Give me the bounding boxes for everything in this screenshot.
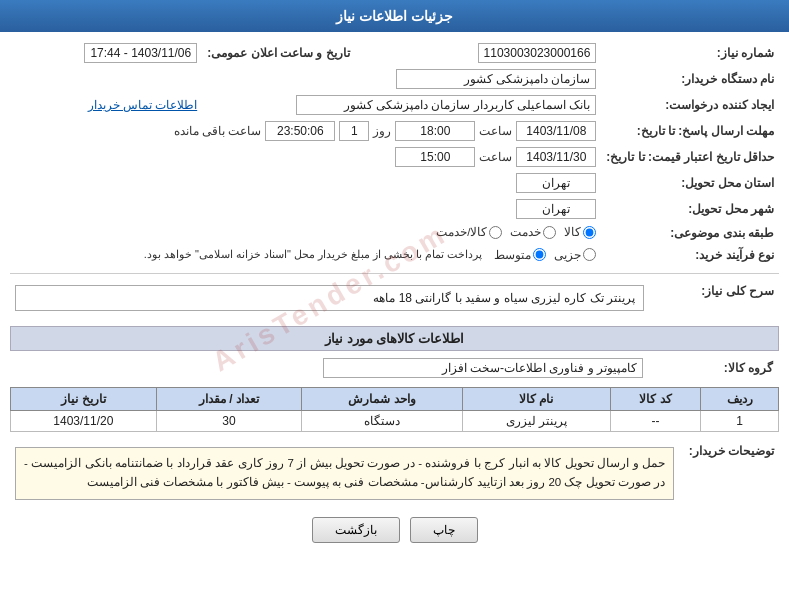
page-title: جزئیات اطلاعات نیاز [0, 0, 789, 32]
tarikh-label: تاریخ و ساعت اعلان عمومی: [202, 40, 354, 66]
ostan-value: تهران [516, 173, 596, 193]
ostan-label: استان محل تحویل: [601, 170, 779, 196]
back-button[interactable]: بازگشت [312, 517, 400, 543]
tawzihat-label: توضیحات خریدار: [679, 438, 779, 509]
tabaqe-kala-khedmat-label: کالا/خدمت [436, 225, 487, 239]
cell-kod: -- [610, 410, 700, 431]
naam-dastgah-value: سازمان دامپزشکی کشور [396, 69, 596, 89]
table-row: 1 -- پرینتر لیزری دستگاه 30 1403/11/20 [11, 410, 779, 431]
button-row: چاپ بازگشت [10, 517, 779, 543]
tabaqe-option-kala[interactable]: کالا [564, 225, 596, 239]
col-kod: کد کالا [610, 387, 700, 410]
goroh-value: کامپیوتر و فناوری اطلاعات-سخت افزار [323, 358, 643, 378]
tawzihat-value: حمل و ارسال تحویل کالا به انبار کرج با ف… [15, 447, 674, 500]
shahr-label: شهر محل تحویل: [601, 196, 779, 222]
jadaval-date: 1403/11/30 [516, 147, 596, 167]
mohlat-date: 1403/11/08 [516, 121, 596, 141]
tabaqe-option-kala-khedmat[interactable]: کالا/خدمت [436, 225, 502, 239]
col-tedad: تعداد / مقدار [156, 387, 302, 410]
noع-label: نوع فرآیند خرید: [601, 245, 779, 265]
jadaval-label: حداقل تاریخ اعتبار قیمت: تا تاریخ: [601, 144, 779, 170]
divider-1 [10, 273, 779, 274]
shahr-value: تهران [516, 199, 596, 219]
ijaad-konanda-label: ایجاد کننده درخواست: [601, 92, 779, 118]
col-naam: نام کالا [462, 387, 610, 410]
tabaqe-option-khedmat[interactable]: خدمت [510, 225, 556, 239]
noع-note: پرداخت تمام با بخشی از مبلغ خریدار محل "… [144, 248, 483, 261]
naam-dastgah-label: نام دستگاه خریدار: [601, 66, 779, 92]
tarikh-value: 1403/11/06 - 17:44 [84, 43, 197, 63]
ijaad-konanda-value: بانک اسماعیلی کاربردار سازمان دامپزشکی ک… [296, 95, 596, 115]
sarh-value: پرینتر تک کاره لیزری سیاه و سفید با گارا… [15, 285, 644, 311]
noع-option-jozee[interactable]: جزیی [554, 248, 596, 262]
noع-radio-group: جزیی متوسط [494, 248, 596, 262]
sarh-label: سرح کلی نیاز: [649, 278, 779, 318]
noع-motavaset-label: متوسط [494, 248, 531, 262]
print-button[interactable]: چاپ [410, 517, 478, 543]
items-table: ردیف کد کالا نام کالا واحد شمارش تعداد /… [10, 387, 779, 432]
cell-vahed: دستگاه [302, 410, 462, 431]
mohlat-saat2: 23:50:06 [265, 121, 335, 141]
cell-radif: 1 [701, 410, 779, 431]
tabaqe-radio-group: کالا خدمت کالا/خدمت [436, 225, 596, 239]
shomara-niaz-label: شماره نیاز: [601, 40, 779, 66]
baqi-label: ساعت باقی مانده [174, 124, 261, 138]
mohlat-label: مهلت ارسال پاسخ: تا تاریخ: [601, 118, 779, 144]
cell-tarikh: 1403/11/20 [11, 410, 157, 431]
mohlat-saat: 18:00 [395, 121, 475, 141]
cell-naam: پرینتر لیزری [462, 410, 610, 431]
saat-label-1: ساعت [479, 124, 512, 138]
goroh-label: گروه کالا: [649, 355, 779, 381]
col-tarikh: تاریخ نیاز [11, 387, 157, 410]
cell-tedad: 30 [156, 410, 302, 431]
noع-jozee-label: جزیی [554, 248, 581, 262]
tabaqe-khedmat-label: خدمت [510, 225, 541, 239]
col-vahed: واحد شمارش [302, 387, 462, 410]
jadaval-saat: 15:00 [395, 147, 475, 167]
ettelaat-tamas-link[interactable]: اطلاعات تماس خریدار [88, 98, 198, 112]
shomara-niaz-value: 1103003023000166 [478, 43, 597, 63]
tabaqe-kala-label: کالا [564, 225, 581, 239]
tabaqe-label: طبقه بندی موضوعی: [601, 222, 779, 245]
col-radif: ردیف [701, 387, 779, 410]
saat-label-2: ساعت [479, 150, 512, 164]
ettelaat-header: اطلاعات کالاهای مورد نیاز [10, 326, 779, 351]
noع-option-motavaset[interactable]: متوسط [494, 248, 546, 262]
rooz-label: روز [373, 124, 391, 138]
mohlat-rooz: 1 [339, 121, 369, 141]
